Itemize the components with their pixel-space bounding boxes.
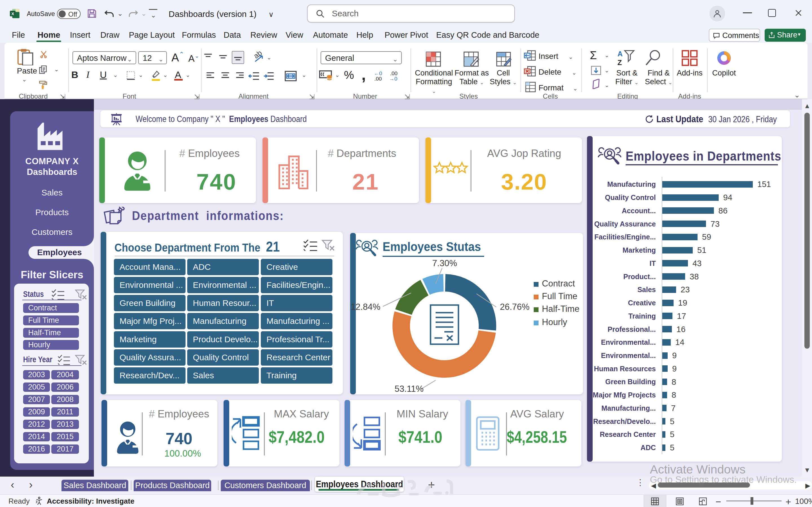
- svg-text:Professional...: Professional...: [608, 325, 656, 333]
- svg-text:→0: →0: [389, 76, 397, 82]
- svg-text:ADC: ADC: [641, 444, 656, 452]
- svg-text:.00: .00: [390, 70, 397, 76]
- svg-text:Account...: Account...: [622, 207, 656, 215]
- svg-text:Quality Control: Quality Control: [605, 193, 656, 202]
- svg-text:38: 38: [690, 272, 699, 281]
- svg-text:14: 14: [675, 338, 684, 347]
- svg-text:151: 151: [757, 180, 771, 189]
- svg-text:5: 5: [670, 443, 674, 452]
- svg-text:Major Mfg Projects: Major Mfg Projects: [593, 391, 656, 399]
- svg-text:9: 9: [672, 364, 677, 373]
- svg-text:Research Center: Research Center: [600, 431, 656, 438]
- svg-text:Sales: Sales: [638, 286, 656, 293]
- svg-text:Facilities/Engine...: Facilities/Engine...: [594, 233, 656, 241]
- svg-text:Manufacturing: Manufacturing: [607, 180, 656, 188]
- svg-text:59: 59: [702, 232, 711, 241]
- svg-text:7: 7: [671, 404, 675, 413]
- svg-text:53.11%: 53.11%: [395, 384, 424, 394]
- svg-text:7.30%: 7.30%: [432, 258, 457, 268]
- svg-text:12.84%: 12.84%: [351, 302, 380, 312]
- svg-text:Environmental...: Environmental...: [601, 351, 656, 359]
- svg-text:Environmental...: Environmental...: [601, 338, 656, 346]
- svg-text:5: 5: [670, 417, 674, 426]
- svg-text:A: A: [617, 50, 622, 58]
- svg-text:17: 17: [677, 312, 686, 321]
- svg-text:86: 86: [718, 206, 727, 215]
- svg-text:Training: Training: [628, 312, 656, 320]
- svg-text:Product...: Product...: [623, 273, 656, 281]
- svg-text:26.76%: 26.76%: [500, 302, 529, 312]
- svg-text:Contract: Contract: [542, 279, 575, 288]
- svg-text:Hourly: Hourly: [542, 317, 567, 327]
- svg-text:Marketing: Marketing: [622, 246, 656, 254]
- svg-text:X: X: [11, 11, 14, 16]
- svg-text:43: 43: [693, 259, 702, 268]
- svg-text:Green Building: Green Building: [605, 378, 656, 386]
- svg-text:16: 16: [676, 325, 686, 334]
- svg-text:Quality Assurance: Quality Assurance: [594, 220, 656, 228]
- svg-text:.00: .00: [374, 76, 382, 82]
- svg-text:Manufacturing...: Manufacturing...: [601, 404, 656, 412]
- svg-text:5: 5: [670, 430, 674, 439]
- svg-text:9: 9: [672, 351, 677, 360]
- svg-text:51: 51: [697, 245, 706, 255]
- svg-text:19: 19: [678, 298, 687, 307]
- svg-text:94: 94: [723, 193, 732, 202]
- svg-text:8: 8: [672, 378, 676, 386]
- svg-text:Creative: Creative: [628, 299, 656, 307]
- svg-text:Research/Develo...: Research/Develo...: [593, 417, 656, 425]
- svg-text:23: 23: [680, 285, 690, 294]
- svg-text:Z: Z: [617, 59, 622, 66]
- svg-text:←0: ←0: [374, 70, 382, 76]
- svg-text:73: 73: [711, 219, 719, 228]
- svg-text:Full Time: Full Time: [542, 291, 577, 301]
- svg-text:8: 8: [672, 390, 676, 399]
- svg-text:Half-Time: Half-Time: [542, 304, 579, 314]
- svg-text:IT: IT: [650, 260, 656, 267]
- svg-text:Human Resources: Human Resources: [594, 365, 656, 373]
